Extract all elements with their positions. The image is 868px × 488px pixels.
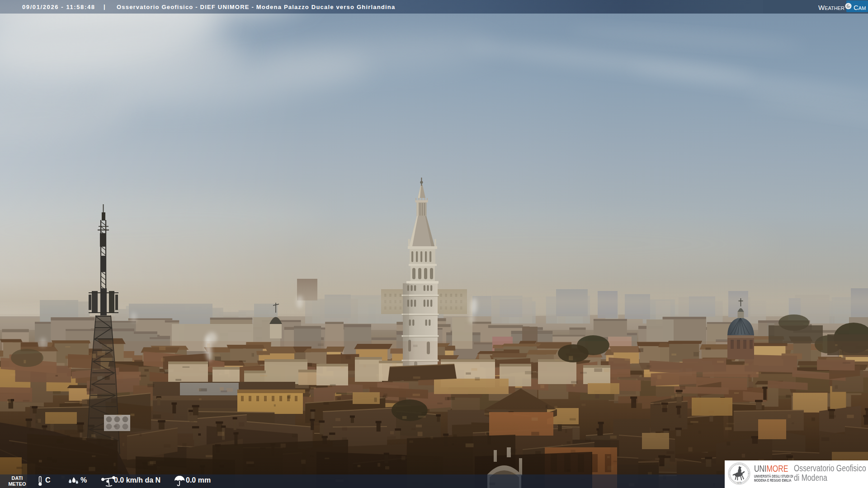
svg-text:1175: 1175 [737, 482, 741, 484]
